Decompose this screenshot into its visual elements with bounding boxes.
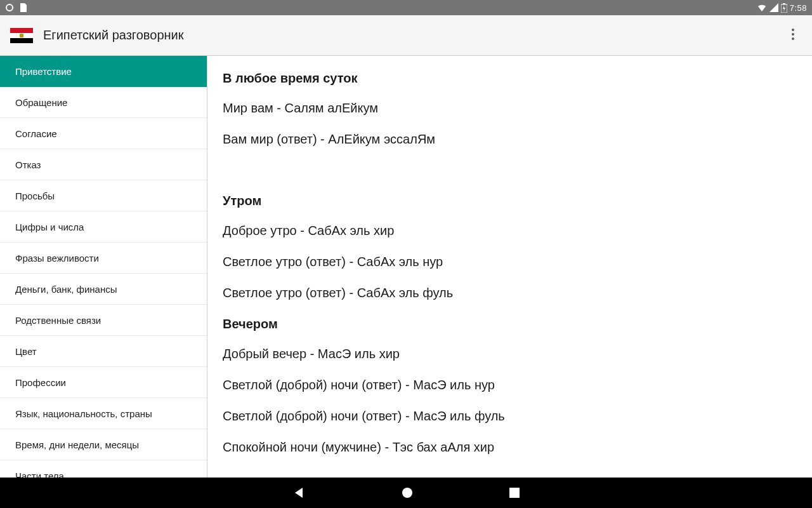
- sidebar-item-body[interactable]: Части тела: [0, 460, 207, 478]
- circle-home-icon: [401, 486, 414, 499]
- category-sidebar[interactable]: Приветствие Обращение Согласие Отказ Про…: [0, 56, 207, 478]
- svg-point-6: [402, 488, 412, 498]
- sidebar-item-label: Просьбы: [15, 190, 55, 201]
- status-bar: 7:58: [0, 0, 812, 15]
- phrase-line: Добрый вечер - МасЭ иль хир: [223, 347, 797, 361]
- sidebar-item-money[interactable]: Деньги, банк, финансы: [0, 274, 207, 305]
- sidebar-item-label: Отказ: [15, 159, 41, 170]
- sidebar-item-refusal[interactable]: Отказ: [0, 149, 207, 180]
- status-clock: 7:58: [790, 3, 807, 13]
- home-button[interactable]: [401, 486, 414, 499]
- square-recents-icon: [509, 487, 520, 498]
- app-body: Приветствие Обращение Согласие Отказ Про…: [0, 56, 812, 478]
- sidebar-item-address[interactable]: Обращение: [0, 87, 207, 118]
- svg-rect-2: [783, 3, 785, 4]
- app-bar: Египетский разговорник: [0, 15, 812, 56]
- battery-charging-icon: [781, 3, 787, 13]
- section-title: Утром: [223, 194, 797, 208]
- phrase-line: Светлое утро (ответ) - СабАх эль нур: [223, 255, 797, 269]
- svg-point-3: [792, 29, 794, 31]
- phrase-line: Доброе утро - СабАх эль хир: [223, 224, 797, 238]
- sidebar-item-label: Язык, национальность, страны: [15, 408, 152, 419]
- sidebar-item-label: Родственные связи: [15, 315, 101, 326]
- phrase-line: Вам мир (ответ) - АлЕйкум эссалЯм: [223, 132, 797, 147]
- android-nav-bar: [0, 478, 812, 508]
- sidebar-item-label: Цифры и числа: [15, 222, 84, 232]
- section-title: Вечером: [223, 317, 797, 331]
- content-area[interactable]: В любое время суток Мир вам - Салям алЕй…: [207, 56, 812, 478]
- sidebar-item-numbers[interactable]: Цифры и числа: [0, 211, 207, 243]
- sidebar-item-professions[interactable]: Профессии: [0, 367, 207, 398]
- sidebar-item-politeness[interactable]: Фразы вежливости: [0, 243, 207, 274]
- signal-icon: [769, 3, 778, 12]
- phrase-line: Спокойной ночи (мужчине) - Тэс бах аАля …: [223, 440, 797, 455]
- phrase-line: Светлое утро (ответ) - СабАх эль фуль: [223, 286, 797, 300]
- sidebar-item-label: Время, дни недели, месяцы: [15, 439, 139, 450]
- svg-point-5: [792, 37, 794, 40]
- sidebar-item-agreement[interactable]: Согласие: [0, 118, 207, 149]
- sidebar-item-label: Согласие: [15, 128, 57, 139]
- sidebar-item-label: Фразы вежливости: [15, 253, 99, 264]
- triangle-back-icon: [292, 486, 306, 500]
- more-vert-icon: [792, 29, 794, 40]
- circle-icon: [5, 3, 14, 12]
- sidebar-item-label: Цвет: [15, 346, 37, 357]
- overflow-menu-button[interactable]: [784, 21, 802, 50]
- sidebar-item-label: Деньги, банк, финансы: [15, 284, 117, 295]
- sidebar-item-color[interactable]: Цвет: [0, 336, 207, 367]
- phrase-line: Мир вам - Салям алЕйкум: [223, 101, 797, 116]
- sidebar-item-language[interactable]: Язык, национальность, страны: [0, 398, 207, 429]
- back-button[interactable]: [292, 486, 306, 500]
- svg-rect-7: [509, 488, 520, 498]
- recents-button[interactable]: [509, 487, 520, 498]
- sidebar-item-label: Обращение: [15, 97, 67, 108]
- app-title: Египетский разговорник: [43, 28, 183, 43]
- sd-card-icon: [19, 3, 27, 12]
- sidebar-item-greeting[interactable]: Приветствие: [0, 56, 207, 87]
- svg-point-0: [6, 4, 13, 11]
- sidebar-item-requests[interactable]: Просьбы: [0, 180, 207, 211]
- svg-point-4: [792, 33, 794, 36]
- sidebar-item-label: Приветствие: [15, 66, 72, 77]
- sidebar-item-label: Части тела: [15, 471, 64, 478]
- egypt-flag-icon: [10, 28, 33, 43]
- sidebar-item-family[interactable]: Родственные связи: [0, 305, 207, 336]
- sidebar-item-label: Профессии: [15, 377, 66, 388]
- sidebar-item-time[interactable]: Время, дни недели, месяцы: [0, 429, 207, 460]
- section-title: В любое время суток: [223, 71, 797, 86]
- wifi-icon: [757, 3, 767, 12]
- phrase-line: Светлой (доброй) ночи (ответ) - МасЭ иль…: [223, 378, 797, 392]
- phrase-line: Светлой (доброй) ночи (ответ) - МасЭ иль…: [223, 409, 797, 424]
